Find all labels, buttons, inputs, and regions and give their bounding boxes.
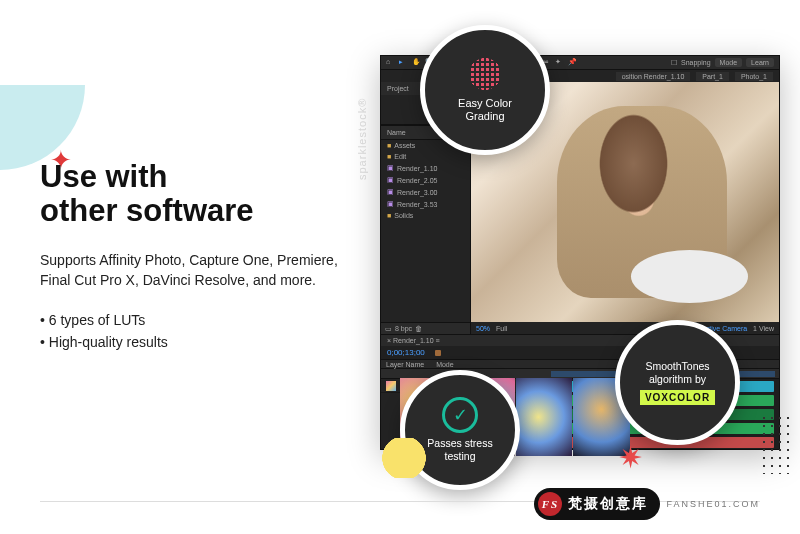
learn-tab[interactable]: Learn xyxy=(746,58,774,67)
headline-line2: other software xyxy=(40,193,254,228)
bpc-button[interactable]: 8 bpc xyxy=(395,325,412,332)
puppet-tool-icon[interactable]: 📌 xyxy=(568,58,577,67)
photo-tab[interactable]: Photo_1 xyxy=(735,72,773,81)
project-item[interactable]: ■Solids xyxy=(381,210,470,221)
badge-text: Grading xyxy=(465,110,504,123)
viewer-controls: 50% Full Active Camera 1 View xyxy=(471,322,779,334)
decor-star-icon: ✷ xyxy=(618,440,643,475)
selection-tool-icon[interactable]: ▸ xyxy=(399,58,408,67)
comp-icon: ▣ xyxy=(387,200,394,208)
project-item[interactable]: ▣Render_3.00 xyxy=(381,186,470,198)
brand-domain: FANSHE01.COM xyxy=(666,499,760,509)
hand-tool-icon[interactable]: ✋ xyxy=(412,58,421,67)
badge-text: Easy Color xyxy=(458,97,512,110)
project-item[interactable]: ▣Render_1.10 xyxy=(381,162,470,174)
comp-icon: ▣ xyxy=(387,188,394,196)
badge-text: testing xyxy=(445,450,476,463)
folder-icon: ■ xyxy=(387,142,391,149)
zoom-dropdown[interactable]: 50% xyxy=(476,325,490,332)
headline: Use with other software xyxy=(40,160,360,228)
decor-blob xyxy=(374,438,434,478)
roto-tool-icon[interactable]: ✦ xyxy=(555,58,564,67)
snapping-label: Snapping xyxy=(681,59,711,66)
home-icon[interactable]: ⌂ xyxy=(386,58,395,67)
brand-name: 梵摄创意库 xyxy=(568,495,648,513)
mode-header[interactable]: Mode xyxy=(436,361,454,368)
bullet-list: 6 types of LUTs High-quality results xyxy=(40,309,360,354)
brand-pill: FS 梵摄创意库 xyxy=(534,488,660,520)
gradient-thumb xyxy=(516,378,573,456)
comp-tab[interactable]: osition Render_1.10 xyxy=(616,72,691,81)
comp-icon: ▣ xyxy=(387,164,394,172)
color-chip-icon[interactable] xyxy=(435,350,441,356)
layer-thumb-icon xyxy=(386,381,396,391)
workspace-dropdown[interactable]: Mode xyxy=(715,58,743,67)
footer-logo: FS 梵摄创意库 FANSHE01.COM xyxy=(534,488,760,520)
bullet-item: High-quality results xyxy=(40,331,360,353)
resolution-dropdown[interactable]: Full xyxy=(496,325,507,332)
badge-easy-color-grading: Easy Color Grading xyxy=(420,25,550,155)
badge-text: algorithm by xyxy=(649,373,706,386)
headline-line1: Use with xyxy=(40,159,167,194)
description: Supports Affinity Photo, Capture One, Pr… xyxy=(40,250,360,291)
marketing-copy: Use with other software Supports Affinit… xyxy=(40,160,360,354)
decor-dot-grid xyxy=(760,414,790,474)
folder-icon: ■ xyxy=(387,212,391,219)
decor-quarter-circle xyxy=(0,85,85,170)
voxcolor-brand: VOXCOLOR xyxy=(640,390,715,405)
interpret-icon[interactable]: ▭ xyxy=(385,325,392,333)
project-item[interactable]: ■Edit xyxy=(381,151,470,162)
project-item[interactable]: ▣Render_3.53 xyxy=(381,198,470,210)
project-item[interactable]: ▣Render_2.05 xyxy=(381,174,470,186)
bullet-item: 6 types of LUTs xyxy=(40,309,360,331)
badge-text: Passes stress xyxy=(427,437,492,450)
badge-voxcolor: SmoothTones algorithm by VOXCOLOR xyxy=(615,320,740,445)
view-layout-dropdown[interactable]: 1 View xyxy=(753,325,774,332)
project-footer: ▭ 8 bpc 🗑 xyxy=(381,322,470,334)
dot-grid-icon xyxy=(465,57,505,91)
part-tab[interactable]: Part_1 xyxy=(696,72,729,81)
checkmark-circle-icon: ✓ xyxy=(442,397,478,433)
layer-name-header[interactable]: Layer Name xyxy=(386,361,424,368)
trash-icon[interactable]: 🗑 xyxy=(415,325,422,332)
badge-text: SmoothTones xyxy=(645,360,709,373)
timecode-field[interactable]: 0;00;13;00 xyxy=(387,348,425,357)
folder-icon: ■ xyxy=(387,153,391,160)
snapping-checkbox[interactable]: ☐ xyxy=(671,59,677,67)
comp-icon: ▣ xyxy=(387,176,394,184)
fs-badge-icon: FS xyxy=(538,492,562,516)
